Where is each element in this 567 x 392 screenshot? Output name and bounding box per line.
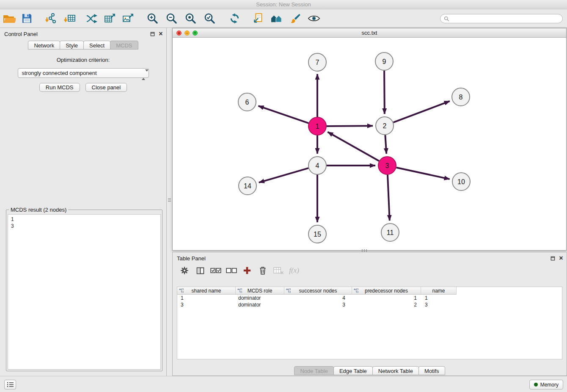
network-window-titlebar[interactable]: x – + scc.txt bbox=[173, 28, 566, 38]
node-6[interactable]: 6 bbox=[238, 93, 256, 111]
paintbrush-button[interactable] bbox=[289, 11, 302, 26]
edge-9-2[interactable] bbox=[384, 71, 385, 114]
edge-2-3[interactable] bbox=[385, 135, 386, 154]
control-panel-float-button[interactable] bbox=[149, 31, 155, 37]
svg-text:14: 14 bbox=[244, 182, 251, 190]
close-panel-button[interactable]: Close panel bbox=[85, 83, 127, 92]
table-panel-close-button[interactable]: × bbox=[558, 255, 564, 261]
zoom-in-button[interactable] bbox=[146, 11, 159, 26]
tab-select[interactable]: Select bbox=[83, 41, 110, 50]
node-1[interactable]: 1 bbox=[308, 117, 326, 135]
edge-2-8[interactable] bbox=[394, 101, 450, 122]
application-window: { "titlebar": { "title": "Session: New S… bbox=[0, 0, 567, 392]
float-window-icon bbox=[150, 32, 155, 36]
show-columns-button[interactable] bbox=[194, 264, 206, 277]
eye-button[interactable] bbox=[307, 11, 321, 26]
column-header-predecessor-nodes[interactable]: predecessor nodes bbox=[352, 287, 421, 295]
unselect-all-columns-button[interactable] bbox=[225, 264, 238, 277]
table-tab-node-table[interactable]: Node Table bbox=[294, 366, 334, 375]
close-icon: x bbox=[178, 31, 180, 35]
network-canvas[interactable]: 7968124314101511 bbox=[173, 38, 566, 250]
node-11[interactable]: 11 bbox=[381, 224, 399, 241]
table-tab-network-table[interactable]: Network Table bbox=[372, 366, 419, 375]
edge-3-10[interactable] bbox=[396, 168, 450, 179]
node-3[interactable]: 3 bbox=[378, 157, 396, 174]
homes-button[interactable] bbox=[270, 11, 284, 26]
edge-3-1[interactable] bbox=[328, 132, 379, 161]
table-tab-motifs[interactable]: Motifs bbox=[418, 366, 445, 375]
zoom-selected-button[interactable] bbox=[203, 11, 216, 26]
delete-column-button[interactable] bbox=[256, 264, 269, 277]
export-table-button[interactable] bbox=[103, 11, 117, 26]
memory-label: Memory bbox=[540, 382, 559, 388]
import-group bbox=[44, 11, 77, 26]
table-panel-float-button[interactable] bbox=[550, 255, 556, 261]
node-7[interactable]: 7 bbox=[308, 53, 326, 71]
column-type-icon bbox=[354, 288, 358, 293]
vertical-splitter-handle[interactable] bbox=[168, 197, 171, 204]
node-9[interactable]: 9 bbox=[375, 52, 393, 70]
refresh-button[interactable] bbox=[228, 11, 241, 26]
node-4[interactable]: 4 bbox=[308, 157, 326, 174]
search-input[interactable] bbox=[451, 16, 559, 22]
table-header-row: shared nameMCDS rolesuccessor nodesprede… bbox=[177, 287, 562, 295]
memory-button[interactable]: Memory bbox=[529, 380, 563, 389]
table-row[interactable]: 3dominator323 bbox=[177, 301, 562, 308]
table-settings-button[interactable] bbox=[178, 264, 191, 277]
tab-mcds[interactable]: MCDS bbox=[110, 41, 138, 50]
delete-table-button[interactable] bbox=[272, 264, 285, 277]
import-table-button[interactable] bbox=[63, 11, 77, 26]
svg-text:11: 11 bbox=[387, 229, 394, 236]
column-type-icon bbox=[237, 288, 242, 293]
column-type-icon bbox=[179, 288, 184, 293]
create-column-button[interactable] bbox=[241, 264, 253, 277]
save-session-button[interactable] bbox=[20, 11, 33, 26]
column-type-icon bbox=[286, 288, 291, 293]
node-10[interactable]: 10 bbox=[452, 173, 470, 190]
edge-4-14[interactable] bbox=[259, 168, 308, 182]
table-row[interactable]: 1dominator411 bbox=[177, 295, 562, 301]
node-2[interactable]: 2 bbox=[376, 117, 394, 135]
svg-text:7: 7 bbox=[316, 59, 319, 66]
document-arrow-button[interactable] bbox=[251, 11, 265, 26]
optimization-criterion-select[interactable]: strongly connected component bbox=[18, 68, 149, 78]
mcds-result-line: 1 bbox=[11, 216, 157, 223]
panel-list-button[interactable] bbox=[4, 380, 16, 389]
view-group bbox=[251, 11, 321, 26]
close-window-button[interactable]: x bbox=[176, 30, 182, 36]
import-network-button[interactable] bbox=[44, 11, 58, 26]
edge-1-2[interactable] bbox=[327, 126, 373, 126]
zoom-out-button[interactable] bbox=[165, 11, 178, 26]
node-15[interactable]: 15 bbox=[308, 225, 326, 243]
edge-1-6[interactable] bbox=[259, 106, 309, 123]
table-panel-title: Table Panel bbox=[177, 255, 206, 262]
column-header-name[interactable]: name bbox=[421, 287, 457, 295]
open-session-button[interactable] bbox=[3, 11, 16, 26]
close-icon: × bbox=[159, 31, 162, 36]
run-mcds-button[interactable]: Run MCDS bbox=[39, 83, 80, 92]
network-arrows-button[interactable] bbox=[85, 11, 99, 26]
column-header-successor-nodes[interactable]: successor nodes bbox=[284, 287, 352, 295]
tab-style[interactable]: Style bbox=[60, 41, 84, 50]
zoom-fit-button[interactable] bbox=[184, 11, 197, 26]
mcds-result-textarea[interactable]: 13 bbox=[8, 214, 161, 370]
control-panel: Control Panel × NetworkStyleSelectMCDS O… bbox=[0, 28, 167, 376]
control-panel-close-button[interactable]: × bbox=[158, 31, 164, 37]
paintbrush-icon bbox=[289, 13, 301, 25]
maximize-window-button[interactable]: + bbox=[193, 30, 198, 36]
toolbar-search[interactable] bbox=[440, 14, 563, 23]
table-tab-edge-table[interactable]: Edge Table bbox=[333, 366, 373, 375]
svg-text:9: 9 bbox=[383, 58, 386, 65]
select-all-columns-button[interactable] bbox=[209, 264, 222, 277]
svg-text:3: 3 bbox=[385, 162, 389, 169]
function-builder-button[interactable]: f(x) bbox=[288, 264, 300, 277]
edge-3-11[interactable] bbox=[388, 175, 390, 221]
column-header-mcds-role[interactable]: MCDS role bbox=[236, 287, 284, 295]
export-image-button[interactable] bbox=[121, 11, 135, 26]
svg-text:4: 4 bbox=[316, 162, 319, 169]
minimize-window-button[interactable]: – bbox=[184, 30, 190, 36]
node-8[interactable]: 8 bbox=[452, 88, 470, 106]
column-header-shared-name[interactable]: shared name bbox=[177, 287, 236, 295]
tab-network[interactable]: Network bbox=[28, 41, 60, 50]
node-14[interactable]: 14 bbox=[239, 177, 256, 195]
